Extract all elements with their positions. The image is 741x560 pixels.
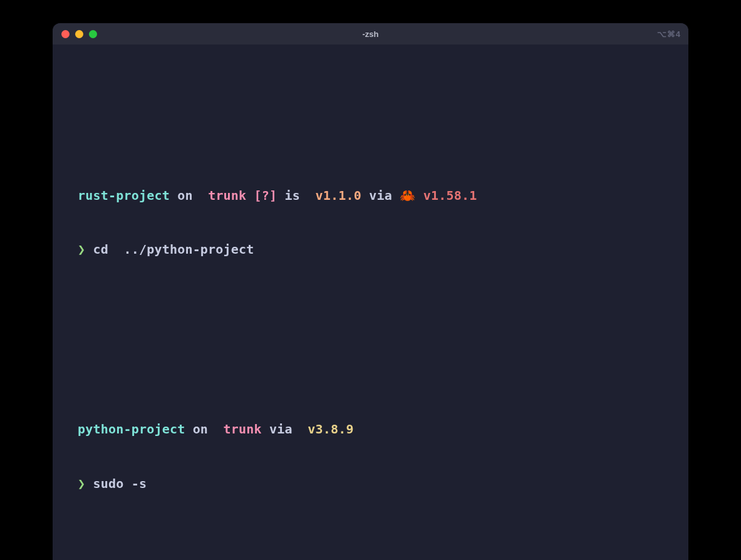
- prompt-line: ❯ sudo -s: [78, 475, 663, 493]
- zoom-icon[interactable]: [89, 30, 97, 38]
- text-via: via: [369, 188, 392, 203]
- git-status: [?]: [254, 188, 277, 203]
- prompt-symbol: ❯: [78, 242, 85, 257]
- text-via: via: [269, 422, 293, 437]
- titlebar: -zsh ⌥⌘4: [53, 23, 688, 44]
- python-version: v3.8.9: [308, 422, 353, 437]
- crab-icon: 🦀: [400, 188, 415, 203]
- terminal-window: -zsh ⌥⌘4 rust-project on trunk [?] is v1…: [53, 23, 688, 560]
- directory: python-project: [78, 422, 185, 437]
- command-input[interactable]: sudo -s: [93, 476, 147, 491]
- terminal-body[interactable]: rust-project on trunk [?] is v1.1.0 via …: [53, 44, 688, 560]
- text-on: on: [177, 188, 192, 203]
- prompt-block: rust-project on trunk [?] is v1.1.0 via …: [78, 150, 663, 294]
- git-branch: trunk: [208, 188, 246, 203]
- prompt-context: rust-project on trunk [?] is v1.1.0 via …: [78, 187, 663, 205]
- prompt-symbol: ❯: [78, 476, 85, 491]
- prompt-block: python-project on trunk via v3.8.9 ❯ sud…: [78, 385, 663, 529]
- prompt-line: ❯ cd ../python-project: [78, 241, 663, 259]
- text-on: on: [193, 422, 208, 437]
- minimize-icon[interactable]: [75, 30, 83, 38]
- rust-version: v1.58.1: [423, 188, 477, 203]
- prompt-context: python-project on trunk via v3.8.9: [78, 420, 663, 438]
- command-input[interactable]: cd ../python-project: [93, 242, 254, 257]
- package-version: v1.1.0: [316, 188, 361, 203]
- git-branch: trunk: [224, 422, 262, 437]
- text-is: is: [285, 188, 300, 203]
- window-title: -zsh: [53, 29, 688, 39]
- shortcut-badge: ⌥⌘4: [657, 29, 681, 39]
- close-icon[interactable]: [61, 30, 70, 38]
- traffic-lights: [61, 30, 97, 38]
- directory: rust-project: [78, 188, 170, 203]
